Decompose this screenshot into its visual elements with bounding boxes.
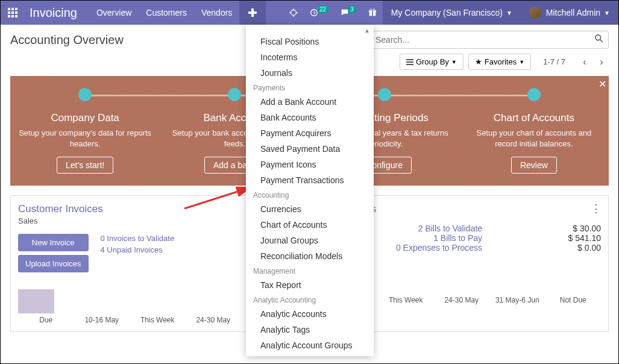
chart-label: 31 May-6 Jun [489, 296, 545, 304]
svg-rect-26 [406, 64, 413, 65]
nav-customers[interactable]: Customers [139, 1, 194, 25]
expenses-link[interactable]: 0 Expenses to Process [396, 243, 482, 253]
onboarding-step-chart: Chart of Accounts Setup your chart of ac… [459, 88, 609, 174]
step-desc: Setup your chart of accounts and record … [465, 128, 603, 149]
pager: 1-7 / 7 [543, 57, 565, 66]
bills-validate-link[interactable]: 2 Bills to Validate [418, 224, 482, 233]
unpaid-invoices-link[interactable]: 4 Unpaid Invoices [101, 245, 175, 254]
messages-badge: 3 [348, 5, 356, 13]
svg-rect-25 [406, 61, 413, 63]
app-title[interactable]: Invoicing [25, 6, 89, 20]
user-name: Mitchell Admin [546, 8, 600, 17]
group-by-button[interactable]: Group By ▼ [400, 54, 463, 70]
chart-label: This Week [378, 296, 434, 304]
svg-rect-5 [15, 11, 17, 14]
svg-rect-4 [11, 11, 14, 14]
amount: $ 30.00 [568, 224, 602, 233]
dropdown-item[interactable]: Journal Groups [246, 233, 374, 248]
bills-pay-link[interactable]: 1 Bills to Pay [433, 233, 482, 243]
dropdown-item[interactable]: Payment Transactions [246, 172, 374, 188]
dropdown-item[interactable]: Reconciliation Models [246, 248, 374, 264]
dropdown-item[interactable]: Analytic Accounts [246, 306, 374, 322]
svg-rect-0 [8, 8, 10, 10]
company-selector[interactable]: My Company (San Francisco) ▼ [383, 1, 521, 25]
step-dot [378, 88, 391, 101]
step-dot [527, 88, 541, 101]
card-menu-icon[interactable]: ⋮ [591, 202, 602, 215]
dropdown-item[interactable]: Add a Bank Account [246, 94, 374, 110]
nav-vendors[interactable]: Vendors [194, 1, 239, 25]
svg-rect-19 [372, 11, 373, 16]
onboarding-step-company: Company Data Setup your company's data f… [10, 88, 160, 174]
dropdown-header: Accounting [246, 188, 374, 201]
dropdown-item[interactable]: Incoterms [246, 49, 374, 65]
activities-icon[interactable]: 22 [304, 1, 335, 25]
dropdown-item[interactable]: Analytic Tags [246, 322, 374, 337]
gift-icon[interactable] [362, 1, 383, 25]
dropdown-item[interactable]: Currencies [246, 201, 374, 217]
search-icon[interactable] [595, 34, 603, 45]
dropdown-header: Management [246, 264, 374, 277]
systray: 22 3 [283, 1, 383, 25]
svg-rect-3 [8, 11, 10, 14]
messages-icon[interactable]: 3 [335, 1, 362, 25]
upload-invoices-button[interactable]: Upload Invoices [18, 255, 89, 272]
pager-nav: ‹ › [577, 55, 609, 69]
amount: $ 0.00 [568, 243, 602, 253]
caret-icon: ▼ [519, 59, 524, 65]
dropdown-item[interactable]: Fiscal Positions [246, 34, 374, 49]
chart-label: This Week [130, 316, 186, 324]
dropdown-item[interactable]: Analytic Account Groups [246, 337, 374, 353]
dropdown-item[interactable]: Chart of Accounts [246, 217, 374, 233]
chart-label: Due [18, 316, 74, 324]
star-icon: ★ [475, 57, 482, 66]
svg-rect-1 [11, 8, 14, 10]
dropdown-item[interactable]: Payment Acquirers [246, 125, 374, 141]
chart-label: Not Due [545, 296, 602, 304]
svg-point-11 [291, 10, 297, 16]
dropdown-item[interactable]: Bank Accounts [246, 110, 374, 125]
nav-overview[interactable]: Overview [89, 1, 139, 25]
chart-label: 24-30 May [434, 296, 490, 304]
favorites-button[interactable]: ★ Favorites ▼ [468, 54, 531, 70]
svg-rect-6 [8, 15, 10, 17]
new-invoice-button[interactable]: New Invoice [18, 234, 89, 251]
svg-point-22 [595, 35, 601, 40]
step-button[interactable]: Let's start! [57, 157, 113, 174]
dropdown-item[interactable]: Analytic Defaults [246, 353, 374, 356]
step-title: Chart of Accounts [465, 112, 603, 124]
dropdown-item[interactable]: Journals [246, 65, 374, 81]
topbar: Invoicing Overview Customers Vendors 22 … [1, 1, 618, 25]
breadcrumb: Accounting Overview [10, 33, 124, 47]
scroll-up-icon[interactable]: ▲ [246, 27, 374, 34]
caret-icon: ▼ [506, 10, 512, 16]
debug-icon[interactable] [283, 1, 304, 25]
step-desc: Setup your company's data for reports he… [16, 128, 154, 149]
pager-prev[interactable]: ‹ [577, 55, 592, 69]
dropdown-item[interactable]: Payment Icons [246, 157, 374, 172]
dropdown-item[interactable]: Saved Payment Data [246, 141, 374, 157]
caret-icon: ▼ [604, 10, 610, 16]
dropdown-header: Analytic Accounting [246, 293, 374, 306]
caret-icon: ▼ [451, 59, 457, 65]
search-input[interactable] [373, 33, 595, 47]
step-title: Company Data [16, 112, 154, 124]
search-box[interactable] [368, 31, 609, 49]
close-icon[interactable]: ✕ [599, 78, 606, 90]
dropdown-item[interactable]: Tax Report [246, 277, 374, 293]
amount: $ 541.10 [568, 233, 602, 243]
nav-configuration[interactable] [239, 1, 266, 25]
svg-rect-8 [15, 15, 17, 17]
apps-icon[interactable] [1, 1, 25, 25]
svg-rect-7 [11, 15, 14, 17]
avatar [529, 7, 541, 19]
chart-label: 24-30 May [186, 316, 242, 324]
svg-line-23 [600, 40, 603, 42]
group-by-label: Group By [416, 57, 449, 66]
svg-rect-24 [406, 59, 413, 60]
invoices-validate-link[interactable]: 0 Invoices to Validate [101, 234, 175, 243]
user-menu[interactable]: Mitchell Admin ▼ [521, 1, 618, 25]
company-name: My Company (San Francisco) [391, 8, 503, 17]
step-button[interactable]: Review [511, 157, 557, 174]
pager-next[interactable]: › [594, 55, 609, 69]
